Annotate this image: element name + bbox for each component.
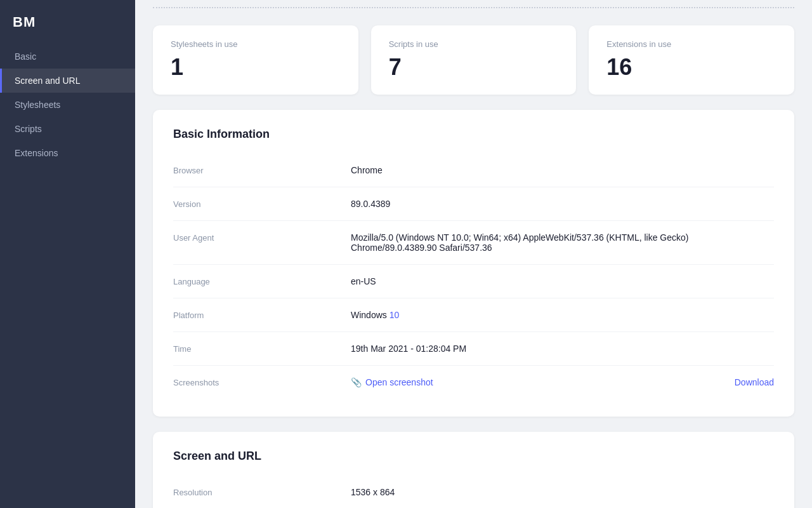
screen-url-title: Screen and URL [173, 450, 774, 463]
info-row-platform: Platform Windows 10 [173, 298, 774, 332]
info-value-resolution: 1536 x 864 [351, 487, 774, 497]
screen-url-card: Screen and URL Resolution 1536 x 864 Inn… [153, 432, 794, 508]
stat-card-scripts: Scripts in use 7 [371, 25, 577, 95]
screenshots-actions: 📎 Open screenshot Download [351, 377, 774, 387]
info-value-screenshots: 📎 Open screenshot Download [351, 377, 774, 387]
platform-highlight: 10 [390, 310, 400, 320]
info-row-user-agent: User Agent Mozilla/5.0 (Windows NT 10.0;… [173, 221, 774, 265]
info-row-language: Language en-US [173, 265, 774, 298]
stat-value-scripts: 7 [389, 54, 559, 81]
info-label-language: Language [173, 276, 351, 286]
sidebar-item-stylesheets[interactable]: Stylesheets [0, 93, 135, 117]
clip-icon: 📎 [351, 377, 362, 387]
sidebar-navigation: Basic Screen and URL Stylesheets Scripts… [0, 44, 135, 165]
stat-card-extensions: Extensions in use 16 [589, 25, 794, 95]
info-value-version: 89.0.4389 [351, 199, 774, 209]
info-label-resolution: Resolution [173, 487, 351, 497]
info-label-time: Time [173, 344, 351, 354]
sidebar-item-extensions[interactable]: Extensions [0, 141, 135, 165]
info-value-browser: Chrome [351, 165, 774, 175]
info-label-platform: Platform [173, 310, 351, 320]
sidebar: BM Basic Screen and URL Stylesheets Scri… [0, 0, 135, 508]
stat-label-extensions: Extensions in use [606, 39, 776, 49]
info-value-user-agent: Mozilla/5.0 (Windows NT 10.0; Win64; x64… [351, 232, 774, 253]
stats-row: Stylesheets in use 1 Scripts in use 7 Ex… [153, 25, 794, 95]
stat-value-extensions: 16 [606, 54, 776, 81]
info-row-screenshots: Screenshots 📎 Open screenshot Download [173, 366, 774, 399]
open-screenshot-label: Open screenshot [365, 377, 433, 387]
download-link[interactable]: Download [735, 377, 774, 387]
info-label-browser: Browser [173, 165, 351, 175]
info-label-screenshots: Screenshots [173, 377, 351, 387]
stat-label-stylesheets: Stylesheets in use [171, 39, 341, 49]
info-value-time: 19th Mar 2021 - 01:28:04 PM [351, 344, 774, 354]
stat-label-scripts: Scripts in use [389, 39, 559, 49]
open-screenshot-link[interactable]: 📎 Open screenshot [351, 377, 433, 387]
info-row-time: Time 19th Mar 2021 - 01:28:04 PM [173, 332, 774, 366]
info-row-resolution: Resolution 1536 x 864 [173, 476, 774, 508]
sidebar-logo: BM [0, 0, 135, 42]
info-label-version: Version [173, 199, 351, 209]
basic-information-title: Basic Information [173, 128, 774, 141]
info-value-platform: Windows 10 [351, 310, 774, 320]
top-dots-bar [153, 0, 794, 15]
dots-divider [153, 7, 794, 8]
info-value-language: en-US [351, 276, 774, 286]
stat-value-stylesheets: 1 [171, 54, 341, 81]
main-content: Stylesheets in use 1 Scripts in use 7 Ex… [135, 0, 812, 508]
sidebar-item-scripts[interactable]: Scripts [0, 117, 135, 141]
info-row-browser: Browser Chrome [173, 154, 774, 187]
sidebar-item-screen-and-url[interactable]: Screen and URL [0, 69, 135, 93]
info-row-version: Version 89.0.4389 [173, 187, 774, 221]
basic-information-card: Basic Information Browser Chrome Version… [153, 110, 794, 417]
info-label-user-agent: User Agent [173, 232, 351, 243]
stat-card-stylesheets: Stylesheets in use 1 [153, 25, 358, 95]
sidebar-item-basic[interactable]: Basic [0, 44, 135, 69]
